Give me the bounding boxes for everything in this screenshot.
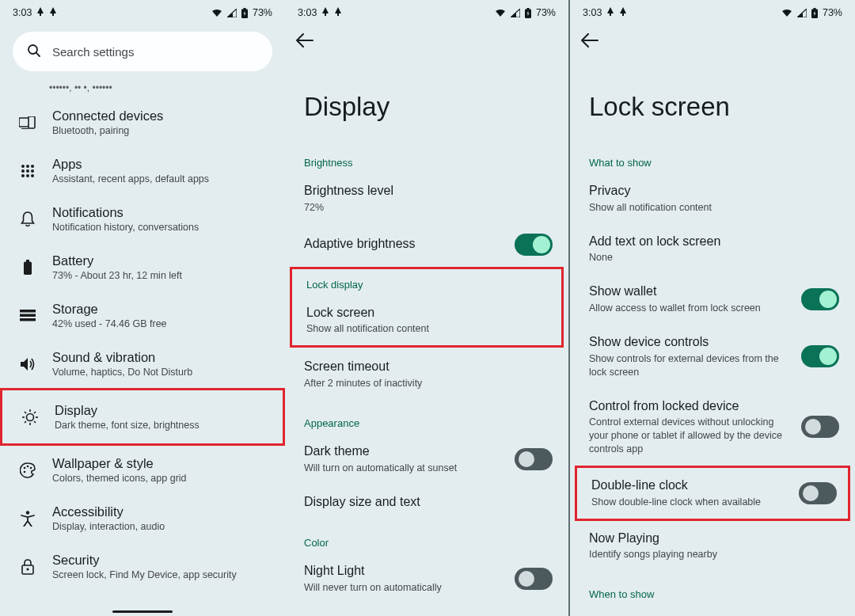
row-sub: 72% xyxy=(304,201,553,215)
row-night-light[interactable]: Night Light Will never turn on automatic… xyxy=(285,553,568,604)
settings-item-sub: Volume, haptics, Do Not Disturb xyxy=(52,367,272,378)
search-icon xyxy=(27,44,41,60)
svg-rect-20 xyxy=(20,318,36,321)
section-appearance: Appearance xyxy=(285,400,568,434)
settings-item-display[interactable]: Display Dark theme, font size, brightnes… xyxy=(2,390,283,443)
settings-item-storage[interactable]: Storage 42% used - 74.46 GB free xyxy=(0,291,285,340)
row-control-from-locked[interactable]: Control from locked device Control exter… xyxy=(570,389,855,466)
svg-rect-16 xyxy=(24,261,32,275)
svg-line-27 xyxy=(34,421,36,423)
svg-rect-17 xyxy=(26,260,29,262)
svg-point-12 xyxy=(31,169,34,173)
row-title: Brightness level xyxy=(304,183,553,200)
palette-icon xyxy=(17,462,38,478)
settings-item-title: Sound & vibration xyxy=(52,350,272,365)
row-double-line-clock[interactable]: Double-line clock Show double-line clock… xyxy=(577,468,848,519)
row-show-wallet[interactable]: Show wallet Allow access to wallet from … xyxy=(570,274,855,325)
settings-item-battery[interactable]: Battery 73% - About 23 hr, 12 min left xyxy=(0,243,285,291)
lock-screen-pane: 3:03 73% Lock screen What to show Privac… xyxy=(570,0,855,616)
section-color: Color xyxy=(285,519,568,553)
svg-line-26 xyxy=(25,412,26,413)
row-add-text[interactable]: Add text on lock screen None xyxy=(570,224,855,275)
row-screen-timeout[interactable]: Screen timeout After 2 minutes of inacti… xyxy=(285,349,568,400)
row-lock-screen[interactable]: Lock screen Show all notification conten… xyxy=(292,295,561,346)
row-dark-theme[interactable]: Dark theme Will turn on automatically at… xyxy=(285,434,568,485)
sound-icon xyxy=(17,357,38,371)
tree-icon xyxy=(321,7,329,18)
svg-point-34 xyxy=(26,511,29,514)
status-battery: 73% xyxy=(536,7,556,18)
back-button[interactable] xyxy=(581,36,598,50)
toggle-control-from-locked[interactable] xyxy=(801,416,839,438)
settings-item-sound[interactable]: Sound & vibration Volume, haptics, Do No… xyxy=(0,340,285,388)
svg-point-8 xyxy=(26,165,29,168)
toggle-device-controls[interactable] xyxy=(801,345,839,367)
settings-item-title: Accessibility xyxy=(52,504,272,519)
row-now-playing[interactable]: Now Playing Identify songs playing nearb… xyxy=(570,521,855,572)
row-title: Display size and text xyxy=(304,494,553,511)
row-title: Adaptive brightness xyxy=(304,236,505,253)
row-device-controls[interactable]: Show device controls Show controls for e… xyxy=(570,325,855,389)
toggle-show-wallet[interactable] xyxy=(801,288,839,310)
apps-icon xyxy=(17,164,38,178)
accessibility-icon xyxy=(17,511,38,527)
section-lock-display: Lock display xyxy=(292,269,561,295)
settings-item-apps[interactable]: Apps Assistant, recent apps, default app… xyxy=(0,146,285,195)
svg-rect-5 xyxy=(28,116,35,128)
row-sub: Will never turn on automatically xyxy=(304,581,505,595)
page-title: Display xyxy=(285,51,568,139)
row-title: Dark theme xyxy=(304,443,505,460)
settings-item-connected-devices[interactable]: Connected devices Bluetooth, pairing xyxy=(0,98,285,146)
battery-icon xyxy=(525,8,531,18)
row-sub: Identify songs playing nearby xyxy=(589,548,839,561)
settings-item-title: Display xyxy=(55,403,270,418)
status-time: 3:03 xyxy=(298,7,317,18)
tree-icon xyxy=(619,7,627,18)
settings-list: Connected devices Bluetooth, pairing App… xyxy=(0,93,285,591)
highlight-double-line-clock: Double-line clock Show double-line clock… xyxy=(575,466,850,521)
toggle-double-line-clock[interactable] xyxy=(799,482,837,504)
svg-point-21 xyxy=(27,413,34,420)
row-title: Add text on lock screen xyxy=(589,234,839,250)
settings-item-accessibility[interactable]: Accessibility Display, interaction, audi… xyxy=(0,494,285,542)
settings-item-sub: Screen lock, Find My Device, app securit… xyxy=(52,569,272,580)
settings-item-sub: Dark theme, font size, brightness xyxy=(55,420,270,431)
toggle-adaptive-brightness[interactable] xyxy=(515,234,553,256)
row-adaptive-brightness[interactable]: Adaptive brightness xyxy=(285,224,568,265)
svg-rect-40 xyxy=(813,8,815,10)
settings-item-notifications[interactable]: Notifications Notification history, conv… xyxy=(0,195,285,243)
row-title: Privacy xyxy=(589,183,839,200)
nav-indicator xyxy=(112,610,173,613)
svg-point-10 xyxy=(21,169,25,173)
wifi-icon xyxy=(495,9,506,17)
settings-item-title: Connected devices xyxy=(52,108,272,124)
row-display-size-text[interactable]: Display size and text xyxy=(285,485,568,520)
svg-line-29 xyxy=(25,421,26,423)
wifi-icon xyxy=(781,9,792,17)
tree-icon xyxy=(334,7,342,18)
battery-icon xyxy=(17,260,38,276)
toggle-dark-theme[interactable] xyxy=(515,448,553,470)
row-title: Now Playing xyxy=(589,530,839,547)
toggle-night-light[interactable] xyxy=(515,568,553,590)
row-title: Lock screen xyxy=(306,305,545,321)
row-title: Show device controls xyxy=(589,334,792,351)
row-sub: None xyxy=(589,251,839,264)
search-settings[interactable]: Search settings xyxy=(13,32,272,71)
settings-item-wallpaper[interactable]: Wallpaper & style Colors, themed icons, … xyxy=(0,446,285,494)
settings-item-title: Apps xyxy=(52,157,272,172)
svg-point-7 xyxy=(21,165,25,168)
row-brightness-level[interactable]: Brightness level 72% xyxy=(285,173,568,224)
row-title: Night Light xyxy=(304,563,505,580)
status-time: 3:03 xyxy=(583,7,602,18)
settings-item-sub: Assistant, recent apps, default apps xyxy=(52,173,272,184)
row-privacy[interactable]: Privacy Show all notification content xyxy=(570,173,855,224)
settings-item-security[interactable]: Security Screen lock, Find My Device, ap… xyxy=(0,542,285,591)
row-title: Double-line clock xyxy=(591,477,789,494)
svg-point-15 xyxy=(31,174,34,177)
back-button[interactable] xyxy=(296,36,314,50)
row-sub: Will turn on automatically at sunset xyxy=(304,462,505,475)
storage-icon xyxy=(17,310,38,321)
row-sub: Show all notification content xyxy=(589,201,839,215)
lock-icon xyxy=(17,559,38,575)
